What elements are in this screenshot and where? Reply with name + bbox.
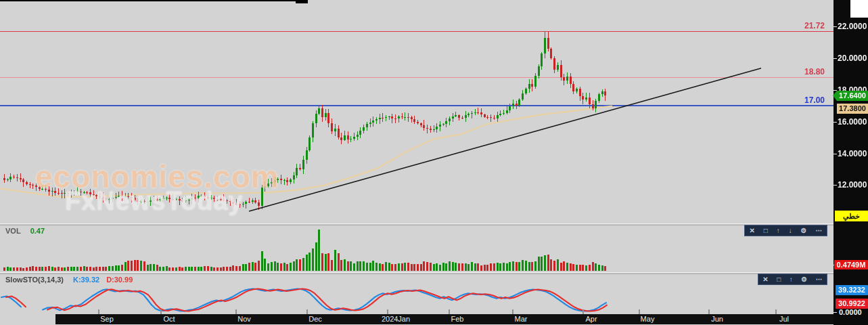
time-axis-month-label: Sep (83, 315, 131, 323)
volume-panel-toolbar: ✕□↑↓⚙⋯ (744, 225, 827, 236)
time-axis-month-label: Nov (221, 315, 268, 323)
price-axis-label: 16.0000 (838, 117, 867, 127)
price-level-label: 21.72 (804, 21, 825, 30)
time-axis-month-tick (98, 309, 99, 314)
top-border-strip (0, 0, 308, 1)
maximize-icon[interactable]: □ (777, 274, 781, 284)
chart-style-badge[interactable]: خطي (835, 211, 868, 221)
maximize-icon[interactable]: □ (764, 225, 768, 236)
price-axis-label: 14.0000 (838, 149, 867, 158)
time-axis-month-label: Jul (760, 315, 808, 323)
volume-indicator-title: VOL (5, 227, 21, 235)
price-axis-label: 20.0000 (838, 53, 867, 63)
volume-scale-badge: 0.4749M (834, 260, 868, 269)
time-axis-month-tick (160, 309, 162, 314)
price-level-label: 17.00 (804, 95, 825, 105)
volume-panel-header: VOL0.47 (5, 227, 45, 235)
panel-separator (0, 272, 833, 274)
time-axis-month-tick (512, 309, 513, 314)
stochastic-k-value: K:39.32 (73, 276, 99, 284)
time-axis[interactable]: SepOctNovDec2024JanFebMarAprMayJunJul (55, 314, 833, 324)
stochastic-panel-toolbar: ✕□↑⚙⋯ (758, 274, 827, 285)
price-axis-tick (833, 26, 837, 27)
stochastic-panel-header: SlowSTO(3,14,3)K:39.32D:30.99 (5, 276, 133, 284)
stochastic-d-badge: 30.9922 (836, 299, 868, 309)
stochastic-zero-label: 0.0000 (839, 308, 862, 316)
time-axis-month-label: Oct (145, 315, 193, 323)
close-icon[interactable]: ✕ (762, 274, 768, 284)
volume-chart-canvas[interactable] (0, 225, 833, 272)
arrow-up-icon[interactable]: ↑ (790, 274, 793, 284)
time-axis-month-tick (708, 309, 710, 314)
top-notch (296, 0, 308, 3)
stochastic-k-badge: 39.3232 (836, 285, 868, 295)
price-axis-tick (833, 122, 837, 123)
arrow-down-icon[interactable]: ↓ (789, 225, 792, 236)
time-axis-month-tick (775, 309, 777, 314)
price-level-label: 18.80 (804, 67, 825, 77)
price-axis-label: 12.0000 (838, 180, 867, 190)
trendline-price-badge: 17.3800 (837, 104, 868, 114)
trading-chart-window: { "watermark": { "line1": "economies.com… (0, 0, 868, 325)
time-axis-month-label: Apr (568, 315, 615, 323)
close-icon[interactable]: ✕ (749, 225, 754, 236)
panel-separator (0, 223, 833, 225)
price-axis-label: 22.0000 (838, 22, 867, 31)
arrow-up-icon[interactable]: ↑ (777, 225, 780, 236)
volume-indicator-value: 0.47 (30, 227, 45, 235)
stochastic-indicator-title: SlowSTO(3,14,3) (5, 276, 64, 284)
stochastic-axis-tick (833, 312, 837, 313)
price-axis-tick (833, 185, 837, 186)
price-axis[interactable] (833, 0, 868, 325)
settings-icon[interactable]: ⚙ (801, 225, 807, 236)
price-axis-tick (833, 154, 837, 154)
time-axis-month-tick (639, 309, 640, 314)
time-axis-month-label: Feb (434, 315, 481, 323)
axis-corner-box (850, 0, 868, 18)
time-axis-month-label: 2024Jan (372, 315, 419, 323)
last-price-badge: 17.6400 (837, 91, 868, 101)
more-icon[interactable]: ⋯ (815, 225, 822, 236)
time-axis-month-tick (583, 309, 584, 314)
settings-icon[interactable]: ⚙ (801, 274, 807, 284)
time-axis-month-label: Dec (292, 315, 339, 323)
price-axis-tick (833, 58, 837, 59)
time-axis-month-tick (235, 309, 237, 314)
time-axis-month-label: Jun (693, 315, 741, 323)
price-chart-canvas[interactable] (0, 0, 833, 224)
time-axis-month-label: May (624, 315, 671, 323)
time-axis-month-tick (387, 309, 388, 314)
time-axis-month-label: Mar (497, 315, 545, 323)
more-icon[interactable]: ⋯ (816, 274, 823, 284)
stochastic-d-value: D:30.99 (106, 276, 133, 284)
time-axis-month-tick (449, 309, 450, 314)
time-axis-month-tick (306, 309, 308, 314)
